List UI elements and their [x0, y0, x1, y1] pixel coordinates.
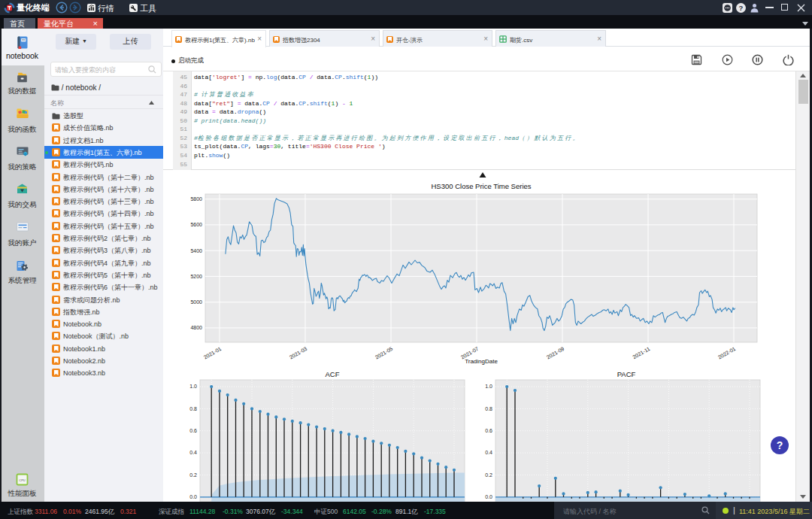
svg-text:2022-01: 2022-01 [717, 346, 737, 360]
svg-text:5600: 5600 [190, 222, 202, 227]
svg-text:TradingDate: TradingDate [465, 358, 498, 365]
svg-text:0.0: 0.0 [189, 494, 197, 499]
svg-text:5800: 5800 [190, 196, 202, 202]
svg-text:2021-11: 2021-11 [632, 346, 650, 360]
svg-text:0.4: 0.4 [485, 450, 492, 455]
svg-text:1.0: 1.0 [485, 384, 492, 389]
svg-text:0.6: 0.6 [485, 428, 492, 433]
svg-text:PACF: PACF [617, 370, 636, 378]
svg-text:2021-05: 2021-05 [374, 346, 394, 360]
svg-text:2021-09: 2021-09 [546, 346, 565, 360]
svg-text:5200: 5200 [190, 274, 202, 279]
svg-text:CPU: CPU [19, 478, 26, 482]
svg-text:5400: 5400 [190, 248, 202, 253]
svg-text:0.6: 0.6 [189, 428, 197, 433]
svg-text:2021-03: 2021-03 [289, 346, 308, 360]
svg-text:0.8: 0.8 [189, 406, 197, 411]
svg-text:4800: 4800 [190, 325, 202, 330]
svg-text:0.8: 0.8 [485, 406, 492, 411]
svg-text:0.0: 0.0 [485, 494, 492, 499]
svg-text:0.2: 0.2 [189, 472, 197, 478]
svg-text:2021-01: 2021-01 [203, 346, 223, 360]
svg-text:0.4: 0.4 [189, 450, 197, 455]
svg-text:ACF: ACF [326, 370, 340, 378]
svg-text:0.2: 0.2 [485, 472, 492, 478]
svg-text:?: ? [739, 4, 744, 12]
svg-text:5000: 5000 [190, 299, 202, 305]
svg-text:HS300 Close Price Time Series: HS300 Close Price Time Series [431, 182, 531, 190]
svg-text:1.0: 1.0 [189, 384, 197, 389]
